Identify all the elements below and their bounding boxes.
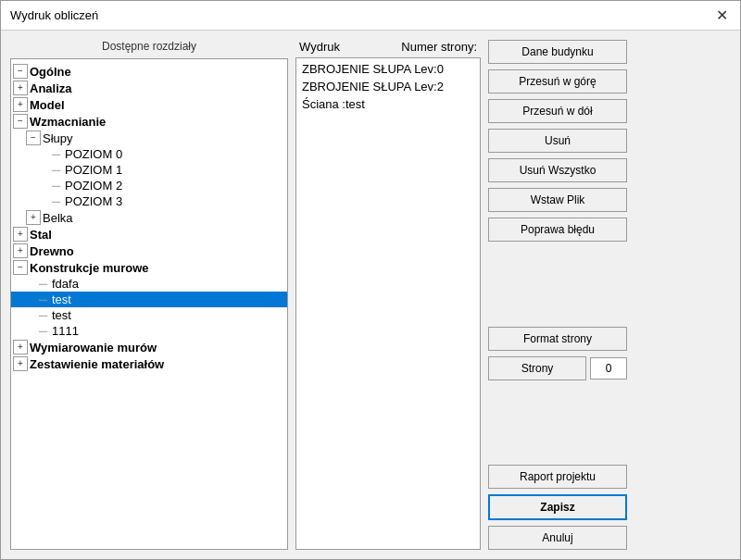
- tree-item-label: POZIOM 0: [65, 147, 122, 161]
- close-button[interactable]: ✕: [712, 6, 731, 25]
- zapisz-button[interactable]: Zapisz: [488, 494, 627, 520]
- tree-expander[interactable]: −: [13, 260, 28, 275]
- tree-item-label: POZIOM 2: [65, 179, 122, 193]
- tree-item-poziom0[interactable]: ─POZIOM 0: [11, 146, 287, 162]
- list-item[interactable]: ZBROJENIE SŁUPA Lev:2: [296, 78, 480, 95]
- tree-item-model[interactable]: +Model: [11, 96, 287, 113]
- przesun-dol-button[interactable]: Przesuń w dół: [488, 99, 627, 123]
- dialog: Wydruk obliczeń ✕ Dostępne rozdziały −Og…: [0, 0, 741, 560]
- list-item[interactable]: ZBROJENIE SŁUPA Lev:0: [296, 60, 480, 78]
- tree-expander[interactable]: −: [13, 114, 28, 129]
- numer-strony-label: Numer strony:: [401, 40, 477, 54]
- tree-item-stal[interactable]: +Stal: [11, 226, 287, 243]
- tree-expander[interactable]: +: [13, 97, 28, 112]
- tree-item-wzmacnianie[interactable]: −Wzmacnianie: [11, 113, 287, 130]
- list-item[interactable]: Ściana :test: [296, 95, 480, 113]
- dane-budynku-button[interactable]: Dane budynku: [488, 40, 627, 64]
- tree-item-label: Zestawienie materiałów: [30, 357, 164, 371]
- tree-item-label: Ogólne: [30, 65, 71, 79]
- tree-item-label: Wzmacnianie: [30, 115, 106, 129]
- left-panel: Dostępne rozdziały −Ogólne+Analiza+Model…: [10, 40, 288, 550]
- raport-projektu-button[interactable]: Raport projektu: [488, 465, 627, 489]
- tree-item-slupy[interactable]: −Słupy: [11, 130, 287, 146]
- tree-expander[interactable]: +: [13, 340, 28, 355]
- title-bar: Wydruk obliczeń ✕: [1, 1, 740, 31]
- tree-dash: ─: [39, 324, 52, 338]
- bottom-section: Raport projektu Zapisz Anuluj: [488, 465, 627, 550]
- wstaw-plik-button[interactable]: Wstaw Plik: [488, 188, 627, 212]
- tree-item-poziom2[interactable]: ─POZIOM 2: [11, 178, 287, 193]
- strony-label: Strony: [488, 356, 586, 380]
- tree-item-wymiarowanie[interactable]: +Wymiarowanie murów: [11, 339, 287, 355]
- tree-expander[interactable]: −: [26, 131, 41, 145]
- tree-item-analiza[interactable]: +Analiza: [11, 80, 287, 96]
- tree-dash: ─: [52, 163, 65, 177]
- anuluj-button[interactable]: Anuluj: [488, 526, 627, 550]
- tree-item-label: Drewno: [30, 244, 74, 258]
- tree-dash: ─: [52, 179, 65, 193]
- tree-item-test_selected[interactable]: ─test: [11, 292, 287, 307]
- tree-expander[interactable]: +: [13, 243, 28, 258]
- left-panel-header: Dostępne rozdziały: [10, 40, 288, 53]
- tree-dash: ─: [52, 194, 65, 208]
- tree-container[interactable]: −Ogólne+Analiza+Model−Wzmacnianie−Słupy─…: [10, 58, 288, 550]
- tree-item-label: Słupy: [43, 131, 73, 145]
- tree-dash: ─: [39, 308, 52, 322]
- tree-item-label: test: [52, 292, 71, 306]
- tree-expander[interactable]: +: [26, 210, 41, 225]
- tree-item-drewno[interactable]: +Drewno: [11, 243, 287, 259]
- tree-expander[interactable]: −: [13, 64, 28, 79]
- middle-panel: Wydruk Numer strony: ZBROJENIE SŁUPA Lev…: [295, 40, 481, 550]
- tree-item-label: Model: [30, 98, 65, 112]
- tree-item-label: Belka: [43, 211, 73, 225]
- dialog-title: Wydruk obliczeń: [10, 8, 98, 22]
- tree-expander[interactable]: +: [13, 356, 28, 371]
- tree-item-ogolne[interactable]: −Ogólne: [11, 63, 287, 80]
- tree-item-zestawienie[interactable]: +Zestawienie materiałów: [11, 355, 287, 372]
- usun-wszystko-button[interactable]: Usuń Wszystko: [488, 158, 627, 182]
- tree-item-1111[interactable]: ─1111: [11, 323, 287, 339]
- tree-item-konstrukcje[interactable]: −Konstrukcje murowe: [11, 259, 287, 276]
- strony-input[interactable]: [590, 357, 627, 380]
- tree-dash: ─: [39, 292, 52, 306]
- right-panel: Dane budynku Przesuń w górę Przesuń w dó…: [488, 40, 627, 550]
- wydruk-list[interactable]: ZBROJENIE SŁUPA Lev:0ZBROJENIE SŁUPA Lev…: [295, 57, 481, 550]
- tree-item-belka[interactable]: +Belka: [11, 209, 287, 226]
- tree-expander[interactable]: +: [13, 81, 28, 95]
- usun-button[interactable]: Usuń: [488, 129, 627, 153]
- tree-item-label: fdafa: [52, 277, 79, 291]
- tree-item-poziom1[interactable]: ─POZIOM 1: [11, 162, 287, 178]
- tree-item-label: test: [52, 308, 71, 322]
- tree-item-test2[interactable]: ─test: [11, 307, 287, 323]
- dialog-body: Dostępne rozdziały −Ogólne+Analiza+Model…: [1, 31, 740, 559]
- tree-expander[interactable]: +: [13, 227, 28, 242]
- tree-item-label: Wymiarowanie murów: [30, 341, 157, 355]
- przesun-gore-button[interactable]: Przesuń w górę: [488, 69, 627, 93]
- tree-dash: ─: [52, 147, 65, 161]
- tree-item-label: 1111: [52, 324, 79, 338]
- tree-item-poziom3[interactable]: ─POZIOM 3: [11, 193, 287, 209]
- tree-item-label: Analiza: [30, 81, 72, 95]
- tree-item-fdafa[interactable]: ─fdafa: [11, 276, 287, 292]
- tree-dash: ─: [39, 277, 52, 291]
- tree-item-label: Konstrukcje murowe: [30, 261, 149, 275]
- poprawa-bledu-button[interactable]: Poprawa błędu: [488, 218, 627, 242]
- wydruk-label: Wydruk: [299, 40, 340, 54]
- tree-item-label: Stal: [30, 228, 52, 242]
- middle-header: Wydruk Numer strony:: [295, 40, 481, 54]
- format-strony-button[interactable]: Format strony: [488, 327, 627, 351]
- format-section: Format strony Strony: [488, 327, 627, 380]
- tree-item-label: POZIOM 1: [65, 163, 122, 177]
- tree-item-label: POZIOM 3: [65, 194, 122, 208]
- strony-row: Strony: [488, 356, 627, 380]
